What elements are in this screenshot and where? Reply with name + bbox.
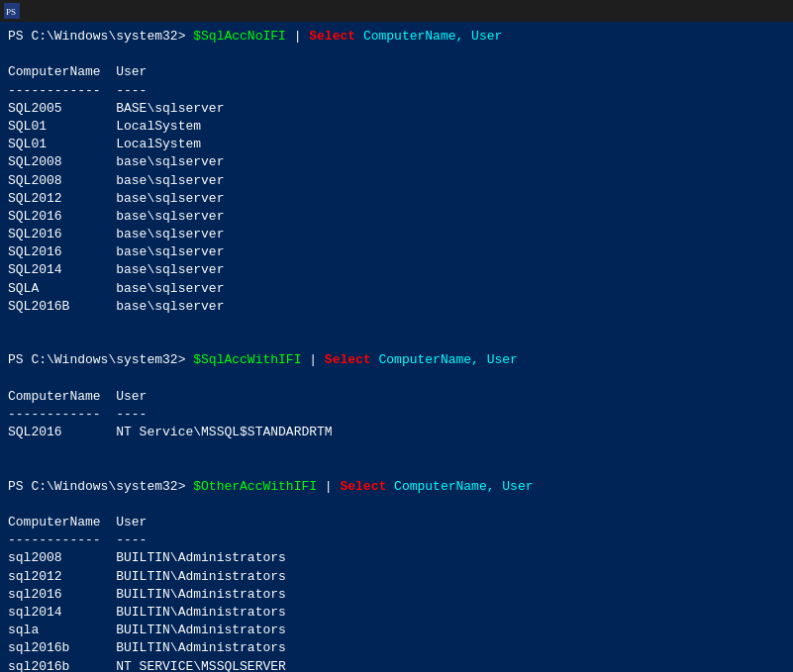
terminal-line: ------------ ---- xyxy=(8,82,785,100)
terminal-line: SQL2014 base\sqlserver xyxy=(8,261,785,279)
terminal-line: ------------ ---- xyxy=(8,531,785,549)
terminal-line: SQL2016 base\sqlserver xyxy=(8,208,785,226)
minimize-button[interactable] xyxy=(702,2,730,20)
title-bar: PS xyxy=(0,0,793,22)
terminal-line xyxy=(8,334,785,351)
terminal-line xyxy=(8,46,785,63)
terminal-line: SQL01 LocalSystem xyxy=(8,118,785,136)
terminal-line: PS C:\Windows\system32> $SqlAccNoIFI | S… xyxy=(8,28,785,46)
close-button[interactable] xyxy=(761,2,789,20)
terminal-line: sqla BUILTIN\Administrators xyxy=(8,622,785,639)
terminal-line xyxy=(8,370,785,388)
terminal-line xyxy=(8,441,785,459)
terminal-line: ------------ ---- xyxy=(8,406,785,424)
terminal-line: SQL2016 base\sqlserver xyxy=(8,243,785,261)
terminal-line: PS C:\Windows\system32> $OtherAccWithIFI… xyxy=(8,478,785,496)
svg-text:PS: PS xyxy=(6,7,16,17)
terminal-line xyxy=(8,460,785,478)
terminal-line: SQL2012 base\sqlserver xyxy=(8,190,785,208)
terminal-line: ComputerName User xyxy=(8,63,785,81)
terminal-line: SQL2016 base\sqlserver xyxy=(8,226,785,243)
terminal-line: sql2014 BUILTIN\Administrators xyxy=(8,604,785,622)
app-icon: PS xyxy=(4,3,20,19)
terminal-line: sql2016b NT SERVICE\MSSQLSERVER xyxy=(8,658,785,672)
terminal-line: ComputerName User xyxy=(8,388,785,406)
terminal-line: ComputerName User xyxy=(8,514,785,531)
terminal-line: SQL2016B base\sqlserver xyxy=(8,298,785,316)
terminal-line xyxy=(8,316,785,334)
terminal-line xyxy=(8,496,785,514)
terminal-line: SQL2016 NT Service\MSSQL$STANDARDRTM xyxy=(8,424,785,441)
terminal-line: SQL2008 base\sqlserver xyxy=(8,153,785,171)
terminal-line: SQL01 LocalSystem xyxy=(8,136,785,153)
maximize-button[interactable] xyxy=(732,2,759,20)
terminal-line: SQL2005 BASE\sqlserver xyxy=(8,100,785,118)
terminal-line: sql2012 BUILTIN\Administrators xyxy=(8,568,785,586)
terminal: PS C:\Windows\system32> $SqlAccNoIFI | S… xyxy=(0,22,793,672)
terminal-line: sql2016b BUILTIN\Administrators xyxy=(8,639,785,657)
terminal-line: sql2016 BUILTIN\Administrators xyxy=(8,586,785,604)
terminal-line: PS C:\Windows\system32> $SqlAccWithIFI |… xyxy=(8,351,785,369)
terminal-line: sql2008 BUILTIN\Administrators xyxy=(8,549,785,567)
terminal-line: SQL2008 base\sqlserver xyxy=(8,172,785,190)
terminal-line: SQLA base\sqlserver xyxy=(8,280,785,298)
